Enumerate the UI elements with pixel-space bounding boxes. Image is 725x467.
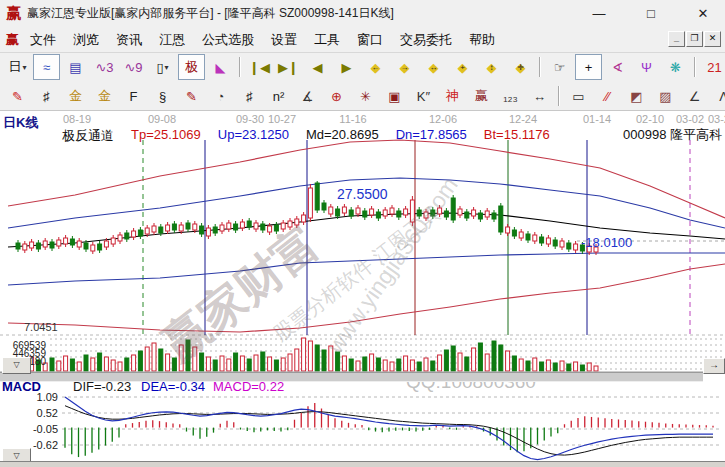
last-page-button[interactable]: ▶❙: [275, 54, 302, 80]
mdi-close-button[interactable]: ✕: [704, 31, 721, 47]
ying-tool-icon[interactable]: 赢: [468, 83, 495, 109]
toolbar-separator: [694, 57, 696, 77]
shen-tool-icon[interactable]: 神: [439, 83, 466, 109]
wave-overlay-icon[interactable]: ≈: [33, 54, 60, 80]
spectrum-chart-icon[interactable]: ◣: [207, 54, 234, 80]
candle-style-dropdown[interactable]: ▯▾: [149, 54, 176, 80]
spectrum-chart-icon: ◣: [216, 60, 226, 75]
indicator-value: Md=20.8695: [306, 127, 379, 145]
diamond-arrow-glyph: ↕: [479, 63, 504, 72]
diamond-arrow-glyph: ↔: [421, 63, 446, 72]
menu-item-5[interactable]: 公式选股: [201, 31, 255, 49]
measure-tool-icon[interactable]: ∢: [604, 54, 631, 80]
menu-item-2[interactable]: 浏览: [72, 31, 100, 49]
toolbar-separator: [558, 86, 560, 106]
crosshair-tool-icon[interactable]: +: [575, 54, 602, 80]
angle-ruler-icon[interactable]: ∡: [294, 83, 321, 109]
fan-shade-icon[interactable]: ◩: [623, 83, 650, 109]
gann-circle-icon[interactable]: ⊕: [323, 83, 350, 109]
prev-bar-button[interactable]: ◀: [304, 54, 331, 80]
diamond-add-icon[interactable]: ◆+: [449, 54, 476, 80]
ying-tool-icon: 赢: [475, 87, 488, 105]
ruler-123-icon[interactable]: ₁₂₃: [497, 83, 524, 109]
macd-axis-2: 0.52: [18, 407, 58, 419]
pencil-measure-icon[interactable]: ✎: [178, 83, 205, 109]
menu-item-1[interactable]: 文件: [29, 31, 57, 49]
kline-tab[interactable]: 日K线: [3, 114, 38, 132]
stock-label: 000998 隆平高科: [623, 126, 722, 144]
menu-item-4[interactable]: 江恩: [158, 31, 186, 49]
mdi-restore-button[interactable]: ❐: [686, 31, 703, 47]
period-day-dropdown[interactable]: 日▾: [4, 54, 31, 80]
dropdown-caret-icon: ▾: [165, 63, 169, 72]
span-measure-icon[interactable]: ↔: [526, 83, 553, 109]
menu-item-9[interactable]: 交易委托: [399, 31, 453, 49]
star-wheel-icon[interactable]: ✳: [352, 83, 379, 109]
zigzag-icon[interactable]: Λ: [710, 83, 725, 109]
wave-9-icon[interactable]: ∿9: [120, 54, 147, 80]
diamond-updown-icon[interactable]: ◆↕: [478, 54, 505, 80]
maximize-button[interactable]: □: [637, 6, 665, 21]
k-tool-icon[interactable]: K″: [410, 83, 437, 109]
chart-canvas[interactable]: [0, 111, 725, 461]
square-wheel-icon[interactable]: ▣: [381, 83, 408, 109]
next-bar-button: ▶: [342, 60, 352, 75]
gold-grid-b-icon[interactable]: 金: [91, 83, 118, 109]
diamond-move-icon[interactable]: ◆✛: [507, 54, 534, 80]
diamond-arrow-glyph: ✛: [508, 63, 533, 72]
spiral-5-icon[interactable]: §: [149, 83, 176, 109]
n-square-icon[interactable]: n²: [265, 83, 292, 109]
wave-3-icon[interactable]: ∿3: [91, 54, 118, 80]
indicator-value: Dn=17.8565: [396, 127, 467, 145]
mind-tool-icon: ❋: [670, 60, 681, 75]
calendar-icon[interactable]: 21: [701, 54, 725, 80]
macd-panel-collapse-button[interactable]: ▽: [2, 448, 31, 461]
hand-tool-icon[interactable]: ☞: [546, 54, 573, 80]
pencil-measure-icon: ✎: [186, 89, 197, 104]
jifan-channel-icon[interactable]: 极: [178, 54, 205, 80]
f-grid-icon[interactable]: F: [120, 83, 147, 109]
diamond-expand-icon[interactable]: ◆↔: [420, 54, 447, 80]
last-page-button: ▶❙: [278, 60, 299, 75]
grid-days2-icon[interactable]: ♯: [236, 83, 263, 109]
k-tool-icon: K″: [417, 89, 430, 104]
wave-9-icon: ∿9: [124, 60, 142, 75]
scroll-right-button[interactable]: →: [703, 358, 725, 374]
close-button[interactable]: ✕: [689, 6, 717, 21]
minimize-button[interactable]: —: [585, 6, 613, 21]
peak-price-annotation: 27.5500: [337, 186, 388, 202]
date-label: 09-08: [148, 113, 176, 125]
wave-overlay-icon: ≈: [43, 60, 50, 75]
first-page-button[interactable]: ❙◀: [246, 54, 273, 80]
fan-box-icon[interactable]: ▨: [652, 83, 679, 109]
gann-tool-icon[interactable]: Ψ: [633, 54, 660, 80]
grid-days2-icon: ♯: [246, 89, 253, 104]
grid-days-icon[interactable]: ♯: [33, 83, 60, 109]
mdi-minimize-button[interactable]: _: [668, 31, 685, 47]
angle-fan-icon[interactable]: ∠: [681, 83, 708, 109]
current-price-annotation: -18.0100: [581, 235, 632, 250]
box-range-icon: ▭: [572, 89, 584, 104]
volume-panel-collapse-button[interactable]: ▽: [2, 357, 31, 374]
fan-box-icon: ▨: [659, 89, 671, 104]
menu-item-6[interactable]: 设置: [270, 31, 298, 49]
toolbar-separator: [539, 57, 541, 77]
diamond-left-icon[interactable]: ◆←: [362, 54, 389, 80]
diamond-arrow-glyph: ←: [363, 63, 388, 72]
menu-item-3[interactable]: 资讯: [115, 31, 143, 49]
fan-lines-icon: ∕∕: [605, 89, 609, 104]
mind-tool-icon[interactable]: ❋: [662, 54, 689, 80]
horizontal-scrollbar[interactable]: [0, 372, 703, 382]
time-wheel-icon[interactable]: ◔: [207, 83, 234, 109]
next-bar-button[interactable]: ▶: [333, 54, 360, 80]
diamond-right-icon[interactable]: ◆→: [391, 54, 418, 80]
box-range-icon[interactable]: ▭: [565, 83, 592, 109]
menu-item-8[interactable]: 窗口: [356, 31, 384, 49]
menu-item-10[interactable]: 帮助: [468, 31, 496, 49]
gold-grid-a-icon[interactable]: 金: [62, 83, 89, 109]
fan-lines-icon[interactable]: ∕∕: [594, 83, 621, 109]
pencil-icon[interactable]: ✎: [4, 83, 31, 109]
crosshair-tool-icon: +: [585, 60, 593, 75]
menu-item-7[interactable]: 工具: [313, 31, 341, 49]
info-panel-icon[interactable]: ▤: [62, 54, 89, 80]
